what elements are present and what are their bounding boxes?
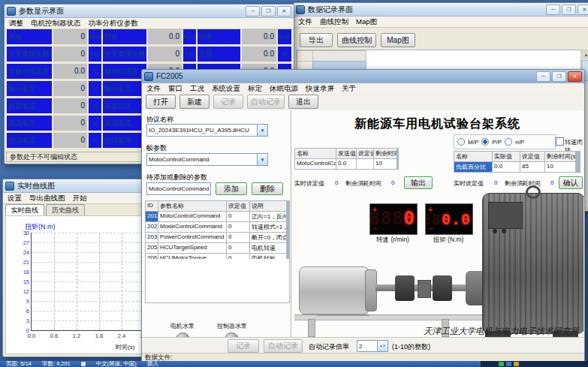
table-cell[interactable]: 转速模式=1， — [250, 222, 286, 232]
rate-spinner[interactable]: 2 ▲▼ — [357, 340, 388, 352]
param-name-input[interactable]: MotoControlCommand — [146, 182, 211, 195]
maximize-icon[interactable]: ❐ — [562, 5, 576, 15]
x-tick: 1.2 — [69, 332, 84, 339]
table-cell[interactable]: MotoControlCommand — [295, 159, 336, 169]
language-indicator[interactable]: 中文(简体, 中国) — [96, 361, 137, 367]
menu-adjust[interactable]: 调整 — [9, 19, 23, 29]
main-content: 新能源车用电机试验台架系统 名称 发送值 设定值 剩余时间(s) MotoCon… — [291, 110, 583, 337]
table-cell[interactable]: HCUTargetSpeed — [158, 243, 226, 253]
table-cell[interactable]: 0 — [227, 212, 249, 221]
param-titlebar[interactable]: 参数显示界面 ─ ❐ ✕ — [5, 5, 294, 18]
delete-button[interactable]: 删除 — [252, 182, 283, 195]
page-indicator[interactable]: 页面: 5/14 — [6, 361, 32, 367]
table-cell[interactable]: PowerControlCommand — [158, 233, 226, 242]
tab-realtime-curve[interactable]: 实时曲线 — [5, 204, 44, 215]
table-cell[interactable]: 85 — [520, 162, 544, 172]
insert-mode[interactable]: 插入 — [147, 361, 158, 367]
chevron-down-icon[interactable]: ▼ — [257, 154, 267, 165]
table-cell[interactable]: 10 — [545, 162, 575, 172]
taskbar-icon[interactable] — [506, 362, 511, 366]
radio-mp[interactable] — [457, 138, 465, 146]
taskbar-icon[interactable] — [514, 362, 519, 366]
frame-combobox[interactable]: MotoControlCommand ▼ — [146, 153, 268, 166]
speed-loop-checkbox[interactable] — [556, 137, 564, 146]
table-cell[interactable]: 0 — [227, 243, 249, 253]
radio-np[interactable] — [505, 138, 512, 146]
maximize-icon[interactable]: ❐ — [261, 6, 276, 17]
table-cell[interactable]: 0.0 — [336, 159, 356, 169]
menu-export-curve[interactable]: 导出曲线图 — [29, 194, 65, 203]
auto-record-bottom-button[interactable]: 自动记录 — [264, 339, 303, 353]
minimize-icon[interactable]: ─ — [546, 5, 560, 15]
menu-map[interactable]: Map图 — [356, 17, 377, 27]
table-cell[interactable]: 0 — [227, 222, 249, 232]
menu-power-analyzer[interactable]: 功率分析仪参数 — [89, 19, 139, 29]
table-cell[interactable]: MotoControlCommand — [158, 212, 226, 221]
output-button[interactable]: 输出 — [404, 176, 433, 189]
scroll-up-icon[interactable]: ▲ — [581, 50, 588, 59]
menu-curve-control[interactable]: 曲线控制 — [320, 17, 348, 27]
map-button[interactable]: Map图 — [381, 33, 415, 47]
taskbar-icon[interactable] — [499, 362, 504, 366]
word-count[interactable]: 字数: 4,291 — [42, 361, 71, 367]
load-table[interactable]: 名称 实际值 设定值 剩余时间(s) 负载百分比 0.0 85 10 — [454, 151, 580, 173]
menu-controller-status[interactable]: 电机控制器状态 — [31, 19, 81, 29]
chevron-down-icon[interactable]: ▼ — [257, 125, 267, 136]
param-label: 前置过压 — [103, 98, 146, 113]
curve-titlebar[interactable]: 实时曲线图 — [3, 179, 153, 193]
send-table[interactable]: 名称 发送值 设定值 剩余时间(s) MotoControlCommand 0.… — [294, 148, 399, 170]
add-remove-label: 待添加或删除的参数 — [146, 173, 207, 182]
table-cell[interactable]: ModeControlCommand — [158, 222, 226, 232]
close-icon[interactable]: ✕ — [277, 6, 291, 17]
add-button[interactable]: 添加 — [216, 182, 247, 195]
close-icon[interactable]: ✕ — [577, 5, 588, 15]
exit-button[interactable]: 退出 — [288, 95, 318, 109]
menu-settings[interactable]: 设置 — [8, 194, 22, 203]
auto-record-button[interactable]: 自动记录 — [247, 95, 285, 109]
table-cell[interactable] — [357, 159, 373, 169]
col-header[interactable]: 说明 — [250, 201, 286, 211]
confirm-button[interactable]: 确认 — [559, 176, 583, 189]
record-bottom-button[interactable]: 记录 — [228, 339, 259, 353]
table-cell[interactable]: 205 — [146, 243, 158, 253]
table-cell[interactable]: 10 — [374, 159, 397, 169]
data-record-titlebar[interactable]: 数据记录界面 ─ ❐ ✕ — [294, 3, 588, 17]
table-cell[interactable]: 0 — [227, 233, 249, 242]
table-cell[interactable]: 断开=0，闭合 — [250, 233, 286, 242]
menu-start[interactable]: 开始 — [73, 194, 87, 203]
col-header: 名称 — [295, 149, 336, 158]
table-cell[interactable]: 201 — [146, 212, 158, 221]
minimize-icon[interactable]: ─ — [246, 6, 260, 17]
table-cell[interactable]: 202 — [146, 222, 158, 232]
table-cell[interactable]: 负载百分比 — [454, 162, 492, 172]
col-header[interactable]: ID — [146, 201, 158, 211]
radio-np-label[interactable]: n/P — [515, 139, 524, 146]
taskbar-fragment — [481, 361, 588, 367]
tab-history-curve[interactable]: 历史曲线 — [46, 204, 85, 215]
coupling — [395, 275, 415, 301]
col-header[interactable]: 参数名称 — [158, 201, 226, 211]
record-button[interactable]: 记录 — [213, 95, 243, 109]
spinner-arrows-icon[interactable]: ▲▼ — [377, 341, 387, 351]
close-icon[interactable]: ✕ — [568, 71, 582, 82]
radio-pp[interactable] — [481, 138, 489, 146]
open-button[interactable]: 打开 — [146, 95, 176, 109]
radio-pp-label[interactable]: P/P — [492, 139, 502, 146]
table-cell[interactable]: 正向=1，反向 — [250, 212, 286, 221]
main-titlebar[interactable]: FC2005 ─ ❐ ✕ — [142, 70, 584, 83]
curve-control-button[interactable]: 曲线控制 — [337, 33, 376, 47]
col-header[interactable]: 设定值 — [227, 201, 249, 211]
minimize-icon[interactable]: ─ — [536, 71, 550, 82]
param-unit: V — [89, 81, 101, 96]
export-button[interactable]: 导出 — [300, 33, 333, 47]
table-cell[interactable]: 203 — [146, 233, 158, 242]
protocol-combobox[interactable]: IO_20243E391HCU_PU_A395.8HCU ▼ — [146, 124, 268, 137]
param-config-table[interactable]: ID 参数名称 设定值 说明 201 MotoControlCommand 0 … — [145, 200, 290, 264]
window-icon — [7, 7, 16, 16]
new-button[interactable]: 新建 — [179, 95, 210, 109]
maximize-icon[interactable]: ❐ — [552, 71, 566, 82]
radio-mp-label[interactable]: M/P — [468, 139, 478, 146]
table-cell[interactable]: 0.0 — [493, 162, 520, 172]
table-cell[interactable]: 电机转速 — [250, 243, 286, 253]
menu-file[interactable]: 文件 — [298, 17, 312, 27]
